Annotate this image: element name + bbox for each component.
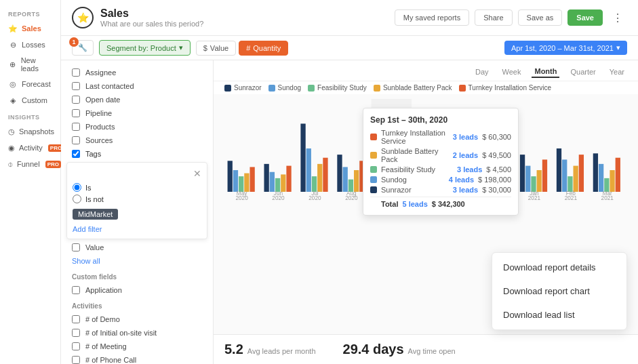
- value-checkbox[interactable]: [72, 243, 80, 251]
- legend-sunrazor: Sunrazor: [224, 84, 262, 92]
- download-dropdown-menu: Download report details Download report …: [492, 252, 627, 330]
- filter-sources[interactable]: Sources: [61, 134, 213, 147]
- application-checkbox[interactable]: [72, 286, 80, 294]
- download-lead-list-button[interactable]: Download lead list: [492, 303, 626, 327]
- is-not-radio-option[interactable]: Is not: [73, 195, 201, 203]
- filter-pipeline[interactable]: Pipeline: [61, 106, 213, 120]
- sales-page-icon: ⭐: [72, 7, 94, 28]
- sidebar-item-snapshots[interactable]: ◷ Snapshots: [0, 123, 60, 140]
- close-popup-button[interactable]: ✕: [193, 168, 201, 179]
- svg-rect-47: [562, 159, 567, 192]
- demo-checkbox[interactable]: [72, 315, 80, 323]
- svg-rect-0: [228, 161, 233, 192]
- sidebar: REPORTS ⭐ Sales ⊖ Losses ⊕ New leads ◎ F…: [0, 0, 61, 364]
- sidebar-item-funnel[interactable]: ⌽ Funnel PRO: [0, 156, 60, 172]
- quantity-toggle-button[interactable]: # Quantity: [239, 41, 288, 56]
- last-contacted-checkbox[interactable]: [72, 82, 80, 90]
- tooltip-row-3: Sundog 4 leads $ 198,000: [370, 176, 511, 184]
- filter-count-badge: 1: [69, 37, 79, 47]
- save-button[interactable]: Save: [567, 9, 603, 26]
- svg-rect-4: [250, 167, 254, 192]
- show-all-button[interactable]: Show all: [61, 254, 213, 268]
- filter-open-date[interactable]: Open date: [61, 93, 213, 106]
- filter-demo[interactable]: # of Demo: [61, 312, 213, 326]
- sales-icon: ⭐: [8, 24, 18, 33]
- filter-assignee[interactable]: Assignee: [61, 66, 213, 79]
- open-date-checkbox[interactable]: [72, 96, 80, 104]
- filter-icon-button[interactable]: 🔧 1: [72, 40, 94, 56]
- tags-checkbox[interactable]: [72, 150, 80, 158]
- phone-call-checkbox[interactable]: [72, 356, 80, 364]
- tooltip-title: Sep 1st – 30th, 2020: [370, 115, 511, 125]
- page-subtitle: What are our sales this period?: [100, 20, 203, 28]
- svg-rect-18: [354, 170, 359, 192]
- filter-last-contacted[interactable]: Last contacted: [61, 79, 213, 93]
- header: ⭐ Sales What are our sales this period? …: [61, 0, 638, 36]
- forecast-icon: ◎: [8, 79, 18, 89]
- meeting-checkbox[interactable]: [72, 342, 80, 350]
- filter-phone-call[interactable]: # of Phone Call: [61, 353, 213, 364]
- svg-rect-3: [244, 174, 249, 192]
- sidebar-item-new-leads[interactable]: ⊕ New leads: [0, 53, 60, 76]
- tooltip-value-3: $ 198,000: [478, 176, 511, 184]
- saved-reports-button[interactable]: My saved reports: [395, 9, 469, 26]
- legend-turnkey: Turnkey Installation Service: [459, 84, 551, 92]
- avg-leads-value: 5.2: [224, 342, 243, 357]
- tab-week[interactable]: Week: [500, 66, 524, 77]
- tags-popup-header: ✕: [73, 168, 201, 179]
- download-report-details-button[interactable]: Download report details: [492, 256, 626, 279]
- tab-quarter[interactable]: Quarter: [567, 66, 598, 77]
- filter-products[interactable]: Products: [61, 120, 213, 134]
- svg-rect-55: [616, 158, 620, 192]
- stat-avg-time: 29.4 days Avg time open: [343, 342, 456, 357]
- sidebar-item-custom[interactable]: ◈ Custom: [0, 92, 60, 108]
- share-button[interactable]: Share: [475, 9, 512, 26]
- segment-by-product-filter[interactable]: Segment by: Product ▾: [99, 40, 191, 56]
- svg-rect-12: [312, 176, 317, 192]
- svg-text:2021: 2021: [565, 195, 578, 201]
- is-not-radio[interactable]: [73, 195, 81, 203]
- assignee-checkbox[interactable]: [72, 68, 80, 77]
- sidebar-item-losses[interactable]: ⊖ Losses: [0, 37, 60, 53]
- sources-checkbox[interactable]: [72, 136, 80, 144]
- filter-value[interactable]: Value: [61, 241, 213, 254]
- filter-meeting[interactable]: # of Meeting: [61, 340, 213, 353]
- svg-rect-46: [557, 148, 561, 192]
- tooltip-row-1: Sunblade Battery Pack 2 leads $ 49,500: [370, 147, 511, 163]
- save-as-button[interactable]: Save as: [518, 9, 563, 26]
- sidebar-item-activity[interactable]: ◉ Activity PRO: [0, 140, 60, 156]
- filter-application[interactable]: Application: [61, 283, 213, 297]
- value-toggle-button[interactable]: $ Value: [196, 41, 236, 56]
- legend-sundog: Sundog: [268, 84, 301, 92]
- svg-rect-13: [317, 164, 322, 192]
- tooltip-color-3: [370, 176, 377, 183]
- sunblade-dot: [374, 85, 380, 92]
- svg-rect-1: [233, 170, 238, 192]
- date-range-button[interactable]: Apr 1st, 2020 – Mar 31st, 2021 ▾: [504, 41, 627, 55]
- pipeline-checkbox[interactable]: [72, 109, 80, 117]
- svg-rect-50: [579, 155, 584, 192]
- page-title: Sales: [100, 7, 203, 20]
- onsite-visit-checkbox[interactable]: [72, 329, 80, 337]
- add-filter-button[interactable]: Add filter: [73, 225, 201, 233]
- tab-year[interactable]: Year: [607, 66, 627, 77]
- is-radio-option[interactable]: Is: [73, 183, 201, 192]
- products-checkbox[interactable]: [72, 123, 80, 131]
- custom-icon: ◈: [8, 96, 18, 105]
- sidebar-item-forecast[interactable]: ◎ Forecast: [0, 76, 60, 92]
- svg-rect-8: [281, 174, 285, 192]
- value-quantity-toggle: $ Value # Quantity: [196, 41, 289, 56]
- tab-month[interactable]: Month: [532, 66, 559, 78]
- filter-onsite-visit[interactable]: # of Initial on-site visit: [61, 326, 213, 340]
- chart-area: Day Week Month Quarter Year Sunrazor Sun…: [214, 60, 638, 364]
- more-options-button[interactable]: ⋮: [608, 8, 627, 27]
- sidebar-item-sales[interactable]: ⭐ Sales: [0, 20, 60, 37]
- svg-rect-15: [337, 155, 342, 192]
- tooltip-color-1: [370, 152, 377, 159]
- filter-tags[interactable]: Tags: [61, 147, 213, 161]
- tab-day[interactable]: Day: [473, 66, 492, 77]
- is-radio[interactable]: [73, 183, 81, 192]
- svg-rect-43: [531, 176, 536, 192]
- svg-text:2020: 2020: [345, 195, 358, 201]
- download-report-chart-button[interactable]: Download report chart: [492, 279, 626, 303]
